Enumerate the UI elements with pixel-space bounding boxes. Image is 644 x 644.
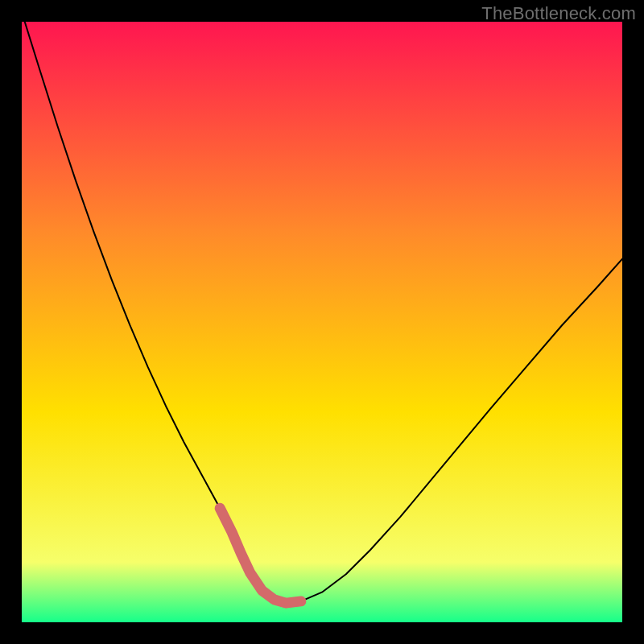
plot-background [22,22,622,622]
watermark-label: TheBottleneck.com [481,3,636,24]
bottleneck-plot [22,22,622,622]
plot-svg [22,22,622,622]
chart-frame: TheBottleneck.com [0,0,644,644]
